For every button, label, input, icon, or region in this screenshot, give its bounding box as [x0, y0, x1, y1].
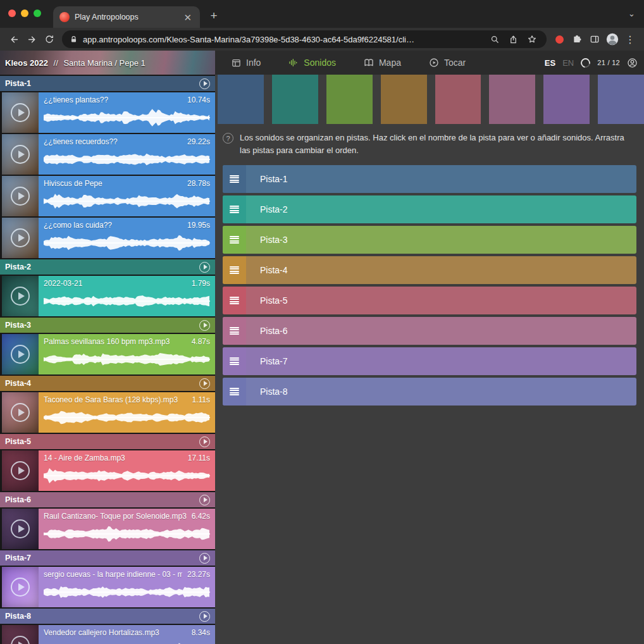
track-row[interactable]: Pista-5 [223, 287, 636, 314]
track-row[interactable]: Pista-6 [223, 317, 636, 345]
drag-handle[interactable] [223, 287, 246, 314]
track-play-button[interactable] [199, 262, 210, 273]
sound-item[interactable]: Vendedor callejero Hortalizas.mp3 8.34s [0, 625, 215, 644]
track-color-pad[interactable] [543, 75, 590, 124]
bookmark-star-icon[interactable] [525, 34, 539, 44]
sound-thumbnail[interactable] [2, 218, 39, 258]
sound-thumbnail[interactable] [2, 509, 39, 549]
sound-play-icon[interactable] [11, 403, 30, 422]
track-color-pad[interactable] [435, 75, 481, 124]
sound-item[interactable]: Hiviscus de Pepe 28.78s [0, 176, 215, 216]
sound-item[interactable]: ¿¿como las cuida?? 19.95s [0, 218, 215, 258]
sound-thumbnail[interactable] [2, 625, 39, 644]
track-row[interactable]: Pista-8 [223, 378, 636, 406]
track-color-pad[interactable] [598, 75, 644, 124]
sound-play-icon[interactable] [11, 228, 30, 247]
sound-thumbnail[interactable] [2, 334, 39, 375]
new-tab-button[interactable]: + [206, 9, 221, 23]
breadcrumb-project[interactable]: Kleos 2022 [5, 58, 48, 68]
drag-handle[interactable] [223, 317, 246, 345]
sound-item[interactable]: Taconeo de Sara Baras (128 kbps).mp3 1.1… [0, 392, 215, 433]
language-toggle[interactable]: ES [545, 58, 555, 68]
track-play-button[interactable] [199, 611, 210, 622]
sound-thumbnail[interactable] [2, 92, 39, 133]
track-header[interactable]: Pista-5 [0, 434, 215, 449]
track-play-button[interactable] [199, 378, 210, 389]
track-play-button[interactable] [199, 495, 210, 505]
track-header[interactable]: Pista-3 [0, 318, 215, 333]
drag-handle[interactable] [223, 378, 246, 406]
sound-thumbnail[interactable] [2, 134, 39, 175]
track-header[interactable]: Pista-6 [0, 492, 215, 507]
traffic-light[interactable] [34, 9, 41, 17]
traffic-light[interactable] [8, 9, 16, 17]
track-play-button[interactable] [199, 553, 210, 564]
extensions-puzzle-icon[interactable] [568, 30, 586, 48]
forward-button[interactable] [23, 30, 40, 48]
nav-item[interactable]: Tocar [429, 58, 466, 68]
sound-play-icon[interactable] [11, 578, 30, 597]
tab-close-icon[interactable]: ✕ [180, 11, 195, 23]
track-row[interactable]: Pista-7 [223, 347, 636, 375]
drag-handle[interactable] [223, 226, 246, 254]
reload-button[interactable] [40, 30, 58, 48]
recording-extension-icon[interactable] [550, 30, 568, 48]
sound-play-icon[interactable] [11, 345, 30, 364]
traffic-light[interactable] [21, 9, 28, 17]
sound-item[interactable]: sergio cuevas - la harpe indienne - 03 -… [0, 567, 215, 607]
sound-play-icon[interactable] [11, 287, 30, 306]
side-panel-icon[interactable] [586, 30, 604, 48]
sound-play-icon[interactable] [11, 103, 30, 122]
sound-thumbnail[interactable] [2, 276, 39, 316]
share-icon[interactable] [507, 35, 520, 44]
track-header[interactable]: Pista-1 [0, 76, 215, 91]
track-header[interactable]: Pista-8 [0, 609, 215, 624]
back-button[interactable] [5, 30, 23, 48]
track-row[interactable]: Pista-4 [223, 256, 636, 284]
sound-thumbnail[interactable] [2, 567, 39, 607]
track-play-button[interactable] [199, 78, 210, 89]
track-color-pad[interactable] [326, 75, 373, 124]
sound-thumbnail[interactable] [2, 450, 39, 491]
track-play-button[interactable] [199, 437, 210, 447]
sound-item[interactable]: Palmas sevillanas 160 bpm mp3.mp3 4.87s [0, 334, 215, 375]
padlock-icon[interactable] [70, 35, 78, 44]
language-toggle[interactable]: EN [562, 58, 574, 68]
track-color-pad[interactable] [218, 75, 264, 124]
track-color-pad[interactable] [381, 75, 427, 124]
sound-play-icon[interactable] [11, 145, 30, 164]
drag-handle[interactable] [223, 195, 246, 223]
drag-handle[interactable] [223, 165, 246, 193]
drag-handle[interactable] [223, 347, 246, 375]
track-play-button[interactable] [199, 320, 210, 331]
sound-play-icon[interactable] [11, 187, 30, 206]
breadcrumb-path[interactable]: Santa Marina / Pepe 1 [63, 58, 145, 68]
track-color-pad[interactable] [272, 75, 318, 124]
track-row[interactable]: Pista-1 [223, 165, 636, 193]
track-color-pad[interactable] [489, 75, 535, 124]
nav-item[interactable]: Sonidos [288, 58, 336, 68]
sound-play-icon[interactable] [11, 636, 30, 644]
browser-profile-avatar[interactable] [604, 30, 621, 48]
sound-item[interactable]: ¿¿tienes recuerdos?? 29.22s [0, 134, 215, 175]
sound-item[interactable]: 2022-03-21 1.79s [0, 276, 215, 316]
nav-item[interactable]: Mapa [364, 58, 401, 68]
sound-thumbnail[interactable] [2, 392, 39, 433]
sound-play-icon[interactable] [11, 461, 30, 480]
browser-tab[interactable]: Play Antropoloops ✕ [53, 6, 200, 28]
browser-menu-icon[interactable]: ⋮ [621, 30, 639, 48]
zoom-icon[interactable] [488, 35, 502, 44]
sound-item[interactable]: ¿¿tienes plantas?? 10.74s [0, 92, 215, 133]
tab-search-chevron-icon[interactable]: ⌄ [628, 9, 635, 18]
nav-item[interactable]: Info [232, 58, 261, 68]
track-row[interactable]: Pista-2 [223, 195, 636, 223]
drag-handle[interactable] [223, 256, 246, 284]
address-bar[interactable]: app.antropoloops.com/Kleos-Santa-Marina/… [62, 30, 547, 48]
tracks-sidebar[interactable]: Pista-1 ¿¿tienes plantas?? 10.74s [0, 75, 215, 644]
sound-item[interactable]: 14 - Aire de Zamba.mp3 17.11s [0, 450, 215, 491]
sound-play-icon[interactable] [11, 519, 30, 538]
url-text[interactable]: app.antropoloops.com/Kleos-Santa-Marina/… [83, 35, 483, 44]
breadcrumb[interactable]: Kleos 2022 // Santa Marina / Pepe 1 [0, 51, 215, 75]
account-icon[interactable] [627, 58, 638, 68]
sound-item[interactable]: Raul Cantizano- Toque por Solenoide.mp3 … [0, 509, 215, 549]
